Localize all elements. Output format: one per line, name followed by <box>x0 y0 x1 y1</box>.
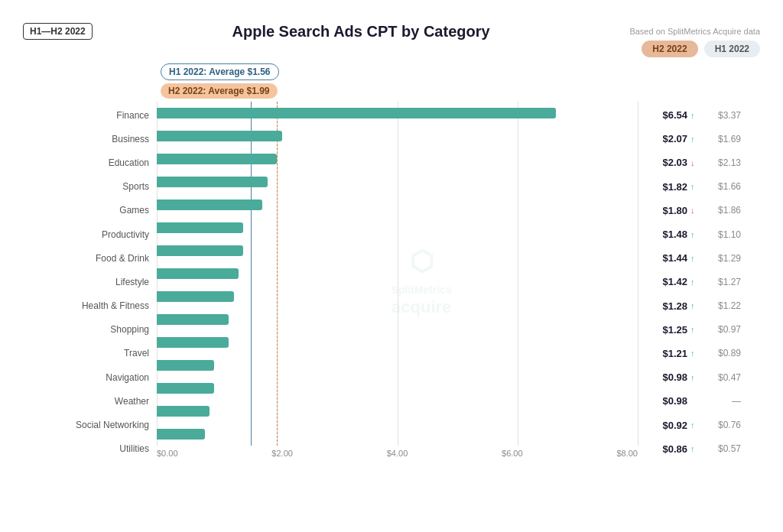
bar <box>157 108 556 118</box>
y-label-weather: Weather <box>23 390 157 413</box>
h1-value: $1.27 <box>703 277 741 287</box>
bar-row-sports <box>157 170 638 193</box>
bar-row-travel <box>157 331 638 354</box>
bar <box>157 177 268 187</box>
h1-value: $1.66 <box>703 181 741 192</box>
h1-value: $1.29 <box>703 253 741 264</box>
trend-arrow: ↓ <box>690 158 700 167</box>
bar <box>157 406 210 417</box>
bar <box>157 154 277 164</box>
y-label-social-networking: Social Networking <box>23 414 157 436</box>
y-label-games: Games <box>23 199 157 222</box>
h1-value: $0.97 <box>703 324 741 335</box>
trend-arrow: ↑ <box>690 301 700 310</box>
value-row-business: $2.07↑$1.69 <box>638 128 760 151</box>
h1-value: $0.89 <box>703 348 741 358</box>
y-label-lifestyle: Lifestyle <box>23 271 157 294</box>
trend-arrow: ↑ <box>690 420 700 430</box>
trend-arrow: ↑ <box>690 349 700 358</box>
h2-value: $6.54 <box>638 109 687 121</box>
trend-arrow: ↑ <box>690 182 700 191</box>
h1-value: $1.69 <box>703 134 741 144</box>
trend-arrow: ↑ <box>690 277 700 287</box>
h2-value: $1.42 <box>638 276 687 287</box>
y-label-health-&-fitness: Health & Fitness <box>23 294 157 317</box>
value-row-travel: $1.21↑$0.89 <box>638 342 760 365</box>
bar-row-health-&-fitness <box>157 285 638 308</box>
trend-arrow: ↑ <box>690 230 700 239</box>
h2-value: $1.21 <box>638 348 687 359</box>
chart-header: H1—H2 2022 Apple Search Ads CPT by Categ… <box>23 23 760 57</box>
value-row-lifestyle: $1.42↑$1.27 <box>638 271 760 294</box>
y-label-education: Education <box>23 151 157 174</box>
value-row-food-&-drink: $1.44↑$1.29 <box>638 247 760 270</box>
value-row-health-&-fitness: $1.28↑$1.22 <box>638 294 760 317</box>
h1-value: $1.22 <box>703 300 741 311</box>
bar <box>157 131 282 141</box>
h2-value: $0.98 <box>638 395 687 407</box>
value-row-productivity: $1.48↑$1.10 <box>638 223 760 246</box>
h1-value: $3.37 <box>703 110 741 121</box>
bar <box>157 268 239 279</box>
y-label-navigation: Navigation <box>23 366 157 389</box>
trend-arrow: ↓ <box>690 206 700 215</box>
bar <box>157 429 205 440</box>
bar-row-weather <box>157 377 638 400</box>
value-row-education: $2.03↓$2.13 <box>638 151 760 174</box>
bar <box>157 337 229 348</box>
h1-value: $0.57 <box>703 443 741 454</box>
y-label-utilities: Utilities <box>23 437 157 460</box>
bar-row-food-&-drink <box>157 239 638 262</box>
h2-value: $2.07 <box>638 133 687 144</box>
bar-row-games <box>157 193 638 216</box>
y-label-productivity: Productivity <box>23 223 157 246</box>
y-labels: FinanceBusinessEducationSportsGamesProdu… <box>23 102 157 461</box>
chart-title: Apple Search Ads CPT by Category <box>108 23 615 41</box>
h2-value: $2.03 <box>638 157 687 168</box>
bar <box>157 291 234 302</box>
trend-arrow: ↑ <box>690 325 700 334</box>
bar-row-lifestyle <box>157 262 638 285</box>
h1-value: $1.86 <box>703 205 741 216</box>
h1-value: $0.47 <box>703 372 741 383</box>
h2-value: $1.44 <box>638 252 687 264</box>
x-label: $8.00 <box>616 449 638 461</box>
bar-row-business <box>157 125 638 148</box>
legend-h2: H2 2022 <box>642 41 697 57</box>
bar-row-utilities <box>157 423 638 446</box>
x-label: $4.00 <box>387 449 408 461</box>
y-label-sports: Sports <box>23 175 157 198</box>
bar-row-social-networking <box>157 400 638 423</box>
averages-row: H1 2022: Average $1.56 H2 2022: Average … <box>161 63 760 99</box>
value-row-finance: $6.54↑$3.37 <box>638 104 760 127</box>
bar-row-navigation <box>157 354 638 377</box>
y-label-shopping: Shopping <box>23 318 157 341</box>
bar-row-productivity <box>157 216 638 239</box>
x-axis-labels: $0.00$2.00$4.00$6.00$8.00 <box>157 446 638 461</box>
h2-value: $1.80 <box>638 205 687 216</box>
legend: H2 2022 H1 2022 <box>642 41 760 57</box>
bar-row-shopping <box>157 308 638 331</box>
trend-arrow: ↑ <box>690 254 700 263</box>
h2-value: $0.98 <box>638 371 687 383</box>
trend-arrow: ↑ <box>690 444 700 453</box>
trend-arrow: ↑ <box>690 135 700 144</box>
bars-area: ⬡ SplitMetrics acquire $0.00$2.00$4.00$6… <box>157 102 638 461</box>
period-badge: H1—H2 2022 <box>23 23 93 40</box>
value-row-games: $1.80↓$1.86 <box>638 199 760 222</box>
y-label-food-&-drink: Food & Drink <box>23 247 157 270</box>
h1-value: — <box>703 396 741 407</box>
h2-value: $0.86 <box>638 443 687 455</box>
value-row-navigation: $0.98↑$0.47 <box>638 366 760 389</box>
values-area: $6.54↑$3.37$2.07↑$1.69$2.03↓$2.13$1.82↑$… <box>638 102 760 461</box>
h1-value: $1.10 <box>703 229 741 240</box>
y-label-business: Business <box>23 128 157 151</box>
value-row-sports: $1.82↑$1.66 <box>638 175 760 198</box>
chart-subtitle: Based on SplitMetrics Acquire data <box>629 27 760 36</box>
chart-container: H1—H2 2022 Apple Search Ads CPT by Categ… <box>0 0 783 532</box>
value-row-utilities: $0.86↑$0.57 <box>638 437 760 460</box>
h2-value: $1.82 <box>638 181 687 193</box>
h2-value: $0.92 <box>638 420 687 431</box>
avg-h2-badge: H2 2022: Average $1.99 <box>161 83 278 99</box>
value-row-social-networking: $0.92↑$0.76 <box>638 414 760 436</box>
